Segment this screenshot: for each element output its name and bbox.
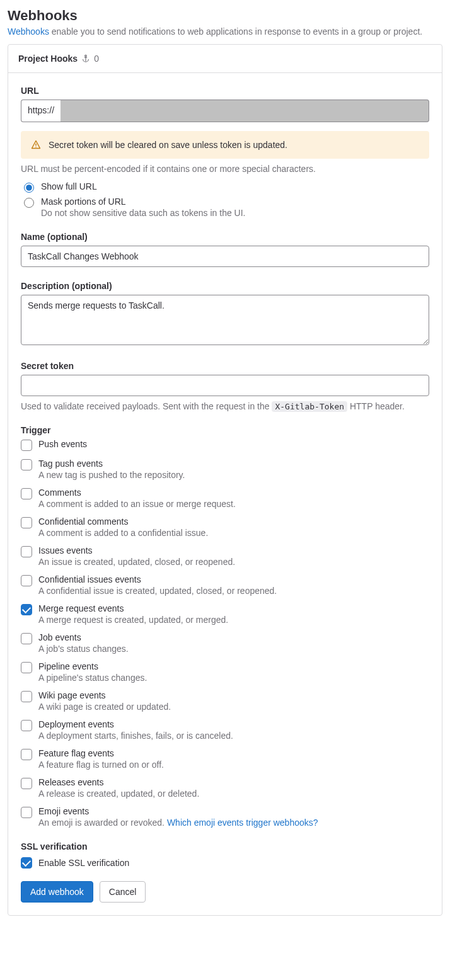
url-help-text: URL must be percent-encoded if it contai…	[21, 164, 429, 174]
trigger-item: Tag push eventsA new tag is pushed to th…	[21, 459, 429, 480]
add-webhook-button[interactable]: Add webhook	[21, 881, 93, 903]
gitlab-token-header-code: X-Gitlab-Token	[272, 401, 347, 412]
trigger-item: Feature flag eventsA feature flag is tur…	[21, 748, 429, 770]
trigger-checkbox[interactable]	[21, 440, 32, 451]
trigger-desc: A comment is added to an issue or merge …	[38, 499, 236, 509]
anchor-icon	[81, 54, 90, 63]
trigger-item: Emoji eventsAn emoji is awarded or revok…	[21, 806, 429, 828]
trigger-item: Confidential commentsA comment is added …	[21, 516, 429, 538]
trigger-label: Feature flag events	[38, 748, 164, 758]
ssl-heading: SSL verification	[21, 841, 429, 852]
trigger-desc: A comment is added to a confidential iss…	[38, 528, 208, 538]
secret-token-label: Secret token	[21, 361, 429, 371]
trigger-checkbox[interactable]	[21, 546, 32, 557]
secret-token-input[interactable]	[21, 375, 429, 396]
project-hooks-panel: Project Hooks 0 URL https:// Secret toke…	[8, 44, 442, 916]
trigger-label: Comments	[38, 487, 236, 498]
trigger-checkbox[interactable]	[21, 517, 32, 528]
trigger-item: CommentsA comment is added to an issue o…	[21, 487, 429, 509]
url-field-group: https://	[21, 100, 429, 122]
trigger-item: Push events	[21, 439, 429, 451]
secret-token-alert: Secret token will be cleared on save unl…	[21, 131, 429, 159]
panel-header: Project Hooks 0	[8, 45, 442, 73]
trigger-item: Pipeline eventsA pipeline's status chang…	[21, 661, 429, 683]
trigger-label: Job events	[38, 632, 129, 642]
url-input[interactable]	[61, 100, 429, 122]
trigger-checkbox[interactable]	[21, 575, 32, 586]
hooks-count: 0	[94, 54, 99, 64]
alert-text: Secret token will be cleared on save unl…	[49, 140, 287, 150]
trigger-desc: A job's status changes.	[38, 644, 129, 654]
emoji-events-help-link[interactable]: Which emoji events trigger webhooks?	[167, 818, 318, 828]
trigger-checkbox[interactable]	[21, 807, 32, 818]
trigger-item: Deployment eventsA deployment starts, fi…	[21, 719, 429, 741]
url-label: URL	[21, 86, 429, 96]
trigger-label: Tag push events	[38, 459, 185, 469]
url-prefix: https://	[21, 100, 61, 122]
trigger-label: Merge request events	[38, 603, 228, 613]
trigger-label: Issues events	[38, 545, 235, 556]
show-full-url-label: Show full URL	[41, 181, 97, 191]
trigger-desc: A wiki page is created or updated.	[38, 702, 171, 712]
trigger-label: Emoji events	[38, 806, 318, 816]
trigger-label: Push events	[38, 439, 87, 449]
svg-point-0	[85, 55, 87, 57]
cancel-button[interactable]: Cancel	[100, 881, 146, 903]
trigger-heading: Trigger	[21, 425, 429, 435]
trigger-desc: An issue is created, updated, closed, or…	[38, 557, 235, 567]
trigger-label: Pipeline events	[38, 661, 147, 671]
trigger-desc: A merge request is created, updated, or …	[38, 615, 228, 625]
trigger-label: Deployment events	[38, 719, 233, 729]
ssl-verification-label: Enable SSL verification	[38, 858, 129, 868]
trigger-item: Wiki page eventsA wiki page is created o…	[21, 690, 429, 712]
trigger-desc: A confidential issue is created, updated…	[38, 586, 277, 596]
trigger-desc: A new tag is pushed to the repository.	[38, 470, 185, 480]
trigger-checkbox[interactable]	[21, 604, 32, 615]
mask-url-radio[interactable]	[24, 198, 34, 208]
trigger-label: Releases events	[38, 777, 199, 787]
trigger-checkbox[interactable]	[21, 459, 32, 470]
trigger-checkbox[interactable]	[21, 488, 32, 499]
trigger-item: Merge request eventsA merge request is c…	[21, 603, 429, 625]
secret-token-help: Used to validate received payloads. Sent…	[21, 401, 429, 411]
trigger-desc: A release is created, updated, or delete…	[38, 789, 199, 799]
page-subtitle: Webhooks enable you to send notification…	[8, 26, 442, 37]
trigger-checkbox[interactable]	[21, 720, 32, 731]
trigger-label: Wiki page events	[38, 690, 171, 700]
webhooks-help-link[interactable]: Webhooks	[8, 26, 49, 37]
trigger-label: Confidential issues events	[38, 574, 277, 584]
ssl-verification-checkbox[interactable]	[21, 857, 32, 869]
trigger-desc: A deployment starts, finishes, fails, or…	[38, 731, 233, 741]
trigger-item: Job eventsA job's status changes.	[21, 632, 429, 654]
svg-point-2	[35, 147, 36, 147]
trigger-checkbox[interactable]	[21, 633, 32, 644]
description-input[interactable]	[21, 295, 429, 345]
name-label: Name (optional)	[21, 232, 429, 242]
trigger-checkbox[interactable]	[21, 749, 32, 760]
panel-title: Project Hooks	[18, 54, 78, 64]
trigger-checkbox[interactable]	[21, 662, 32, 673]
trigger-item: Releases eventsA release is created, upd…	[21, 777, 429, 799]
trigger-label: Confidential comments	[38, 516, 208, 527]
page-title: Webhooks	[8, 8, 442, 24]
trigger-desc: A feature flag is turned on or off.	[38, 760, 164, 770]
trigger-checkbox[interactable]	[21, 778, 32, 789]
description-label: Description (optional)	[21, 281, 429, 291]
trigger-desc: An emoji is awarded or revoked. Which em…	[38, 818, 318, 828]
trigger-desc: A pipeline's status changes.	[38, 673, 147, 683]
show-full-url-radio[interactable]	[24, 183, 34, 193]
mask-url-label: Mask portions of URL	[41, 197, 246, 207]
trigger-checkbox[interactable]	[21, 691, 32, 702]
trigger-item: Confidential issues eventsA confidential…	[21, 574, 429, 596]
name-input[interactable]	[21, 246, 429, 267]
mask-url-desc: Do not show sensitive data such as token…	[41, 208, 246, 218]
trigger-item: Issues eventsAn issue is created, update…	[21, 545, 429, 567]
warning-icon	[31, 140, 41, 150]
